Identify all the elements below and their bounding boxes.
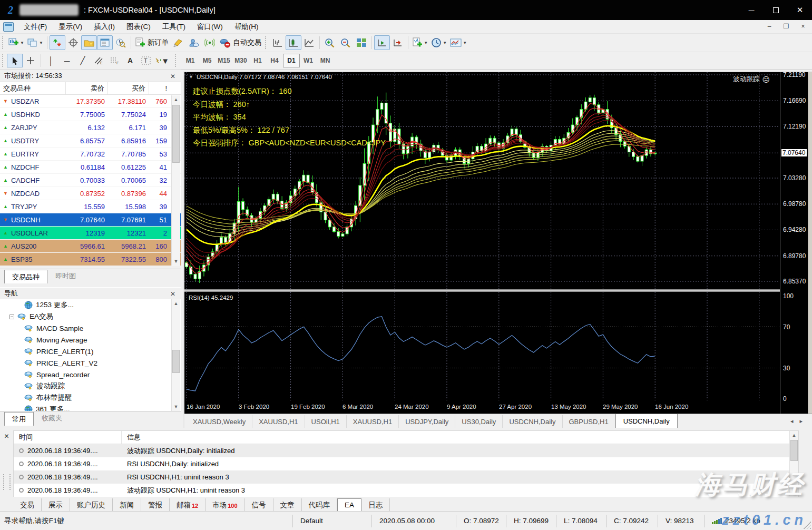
- toolbar-grip[interactable]: [2, 54, 6, 67]
- navigator-scrollbar[interactable]: ▲ ▼: [171, 299, 180, 411]
- terminal-tab-9[interactable]: 代码库: [302, 498, 338, 512]
- channel-tool-button[interactable]: E: [91, 54, 106, 67]
- terminal-tab-8[interactable]: 文章: [273, 498, 302, 512]
- chart-tab-0[interactable]: XAUUSD,Weekly: [187, 415, 252, 428]
- chart-shift-button[interactable]: [390, 35, 406, 50]
- market-watch-scrollbar[interactable]: ▲ ▼: [171, 95, 180, 266]
- terminal-tab-0[interactable]: 交易: [13, 498, 42, 512]
- navigator-item-1[interactable]: EA交易: [0, 311, 181, 322]
- cursor-tool-button[interactable]: [7, 54, 23, 67]
- navigator-item-6[interactable]: Spread_recorder: [0, 369, 181, 380]
- menu-item-6[interactable]: 帮助(H): [229, 21, 265, 33]
- scroll-up-icon[interactable]: ▲: [790, 431, 798, 439]
- terminal-grip[interactable]: [3, 474, 11, 490]
- terminal-tab-11[interactable]: 日志: [361, 498, 390, 512]
- signals-button[interactable]: [202, 35, 218, 50]
- menu-item-2[interactable]: 插入(I): [88, 21, 121, 33]
- terminal-tab-7[interactable]: 信号: [245, 498, 273, 512]
- market-watch-row-tryjpy[interactable]: ▲TRYJPY15.55915.59839: [0, 200, 181, 213]
- scroll-up-icon[interactable]: ▲: [172, 95, 180, 104]
- market-watch-row-zarjpy[interactable]: ▲ZARJPY6.1326.17139: [0, 121, 181, 134]
- profiles-button[interactable]: ▼: [26, 35, 45, 50]
- market-watch-row-esp35[interactable]: ▲ESP357314.557322.55800: [0, 253, 181, 266]
- terminal-toggle-button[interactable]: [97, 35, 113, 50]
- line-chart-mode-button[interactable]: [301, 35, 317, 50]
- time-axis[interactable]: 16 Jan 20203 Feb 202019 Feb 20206 Mar 20…: [184, 400, 780, 414]
- navigator-item-7[interactable]: 波动跟踪: [0, 380, 181, 392]
- toolbar-grip[interactable]: [175, 54, 179, 67]
- market-watch-row-eurtry[interactable]: ▲EURTRY7.707327.7078553: [0, 148, 181, 161]
- chart-tab-6[interactable]: USDCNH,Daily: [503, 415, 562, 428]
- periods-button[interactable]: ▼: [429, 35, 448, 50]
- navigator-toggle-button[interactable]: [81, 35, 97, 50]
- market-watch-row-usdollar[interactable]: ▲USDOLLAR12319123212: [0, 227, 181, 240]
- menu-item-0[interactable]: 文件(F): [18, 21, 53, 33]
- fibonacci-tool-button[interactable]: F: [106, 54, 122, 67]
- column-header-time[interactable]: 时间: [14, 431, 122, 444]
- tab-symbols[interactable]: 交易品种: [4, 270, 47, 283]
- column-header-symbol[interactable]: 交易品种: [0, 82, 66, 94]
- maximize-button[interactable]: [764, 0, 788, 20]
- arrows-tool-button[interactable]: ▼: [154, 54, 170, 67]
- market-watch-row-usdhkd[interactable]: ▲USDHKD7.750057.7502419: [0, 108, 181, 121]
- terminal-row-2[interactable]: 2020.06.18 19:36:49....RSI USDCNH,H1: un…: [14, 470, 798, 484]
- terminal-close-icon[interactable]: ✕: [3, 432, 11, 440]
- candle-chart-mode-button[interactable]: [286, 35, 301, 50]
- data-window-button[interactable]: [65, 35, 81, 50]
- mdi-close-button[interactable]: ×: [797, 22, 809, 31]
- new-chart-button[interactable]: ▼: [7, 35, 26, 50]
- navigator-item-8[interactable]: 布林带提醒: [0, 392, 181, 404]
- trendline-tool-button[interactable]: ╱: [75, 54, 91, 67]
- market-watch-row-usdzar[interactable]: ▼USDZAR17.3735017.38110760: [0, 95, 181, 108]
- terminal-tab-4[interactable]: 警报: [141, 498, 170, 512]
- chart-window-icon[interactable]: [3, 22, 14, 32]
- timeframe-button-m15[interactable]: M15: [216, 54, 232, 67]
- menu-item-3[interactable]: 图表(C): [121, 21, 156, 33]
- indicators-button[interactable]: ▼: [410, 35, 429, 50]
- terminal-row-3[interactable]: 2020.06.18 19:36:49....波动跟踪 USDCNH,H1: u…: [14, 484, 798, 497]
- terminal-row-0[interactable]: 2020.06.18 19:36:49....波动跟踪 USDCNH,Daily…: [14, 444, 798, 457]
- community-button[interactable]: [186, 35, 202, 50]
- column-header-spread[interactable]: !: [149, 82, 170, 94]
- market-watch-close-icon[interactable]: ✕: [169, 72, 177, 81]
- toolbar-grip[interactable]: [2, 36, 6, 49]
- tree-expander-minus-icon[interactable]: [9, 315, 14, 319]
- zoom-out-button[interactable]: [338, 35, 354, 50]
- status-profile[interactable]: Default: [292, 515, 371, 527]
- price-axis[interactable]: 7.211907.166907.121907.076407.032806.987…: [780, 72, 808, 414]
- terminal-scrollbar[interactable]: ▲: [789, 431, 798, 496]
- navigator-item-0[interactable]: 1253 更多...: [0, 299, 181, 311]
- menu-item-4[interactable]: 工具(T): [156, 21, 191, 33]
- timeframe-button-h4[interactable]: H4: [266, 54, 283, 67]
- chart-tab-4[interactable]: USDJPY,Daily: [399, 415, 455, 428]
- terminal-tab-2[interactable]: 账户历史: [70, 498, 113, 512]
- toolbar-grip[interactable]: [265, 36, 269, 49]
- chart-tab-8[interactable]: USDCNH,Daily: [615, 414, 678, 428]
- chart-tab-1[interactable]: XAUUSD,H1: [252, 415, 305, 428]
- chevron-down-icon[interactable]: ▼: [189, 74, 193, 80]
- timeframe-button-m5[interactable]: M5: [199, 54, 216, 67]
- zoom-in-button[interactable]: [322, 35, 338, 50]
- navigator-close-icon[interactable]: ✕: [169, 290, 177, 298]
- timeframe-button-w1[interactable]: W1: [300, 54, 317, 67]
- scroll-down-icon[interactable]: ▼: [172, 257, 180, 266]
- mdi-restore-button[interactable]: ❐: [780, 22, 792, 31]
- timeframe-button-h1[interactable]: H1: [249, 54, 266, 67]
- horizontal-line-tool-button[interactable]: ─: [59, 54, 75, 67]
- tab-scroll-arrows[interactable]: ◂▸: [790, 418, 809, 425]
- column-header-ask[interactable]: 买价: [108, 82, 149, 94]
- market-watch-row-usdcnh[interactable]: ▼USDCNH7.076407.0769151: [0, 213, 181, 227]
- chart-tab-2[interactable]: USOil,H1: [305, 415, 347, 428]
- terminal-tab-5[interactable]: 邮箱12: [170, 498, 206, 512]
- chart-window[interactable]: ▼ USDCNH,Daily 7.07172 7.08746 7.06151 7…: [183, 71, 812, 428]
- column-header-message[interactable]: 信息: [122, 431, 798, 444]
- tab-tick-chart[interactable]: 即时图: [47, 269, 84, 283]
- navigator-item-3[interactable]: Moving Average: [0, 334, 181, 346]
- close-button[interactable]: ✕: [788, 0, 812, 20]
- templates-button[interactable]: ▼: [448, 35, 468, 50]
- navigator-item-9[interactable]: 361 更多...: [0, 404, 181, 411]
- bar-chart-mode-button[interactable]: [270, 35, 286, 50]
- terminal-tab-10[interactable]: EA: [337, 498, 361, 512]
- scroll-up-icon[interactable]: ▲: [172, 299, 180, 308]
- mdi-minimize-button[interactable]: –: [764, 22, 775, 31]
